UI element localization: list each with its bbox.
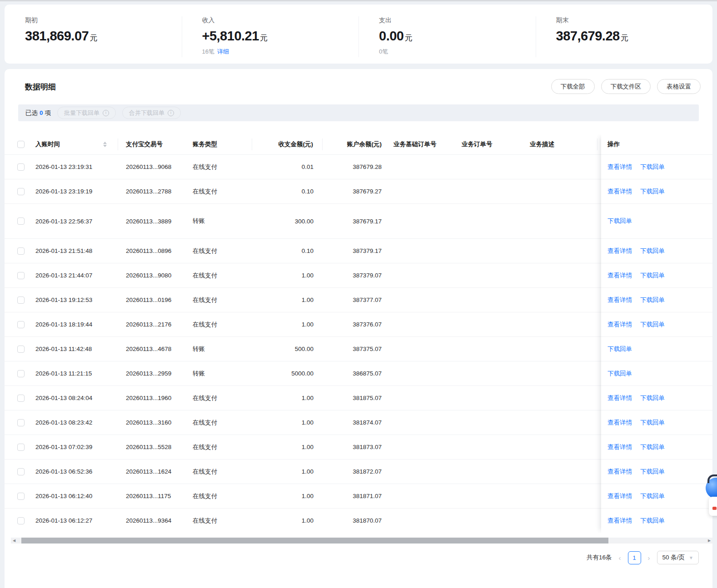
cell-entry-time: 2026-01-13 19:12:53 xyxy=(32,296,118,303)
row-actions: 查看详情下载回单 xyxy=(601,154,693,179)
row-checkbox[interactable] xyxy=(17,321,25,328)
row-checkbox-cell xyxy=(5,163,32,170)
view-detail-link[interactable]: 查看详情 xyxy=(607,468,632,476)
row-checkbox[interactable] xyxy=(17,468,25,475)
download-file-area-button[interactable]: 下载文件区 xyxy=(601,79,651,94)
summary-value: +5,810.21元 xyxy=(202,29,359,44)
currency-unit: 元 xyxy=(260,34,268,42)
action-column: 操作 查看详情下载回单查看详情下载回单下载回单查看详情下载回单查看详情下载回单查… xyxy=(601,134,693,533)
download-receipt-link[interactable]: 下载回单 xyxy=(640,517,665,525)
download-all-button[interactable]: 下载全部 xyxy=(551,79,595,94)
row-checkbox[interactable] xyxy=(17,370,25,377)
cell-amount: 0.10 xyxy=(252,188,323,195)
row-actions: 下载回单 xyxy=(601,361,693,385)
cell-amount: 1.00 xyxy=(252,444,323,450)
view-detail-link[interactable]: 查看详情 xyxy=(607,163,632,171)
top-edge-strip xyxy=(0,0,717,1)
row-checkbox[interactable] xyxy=(17,247,25,255)
cell-balance: 387679.17 xyxy=(323,218,388,225)
row-actions: 查看详情下载回单 xyxy=(601,435,693,459)
view-detail-link[interactable]: 查看详情 xyxy=(607,517,632,525)
row-checkbox[interactable] xyxy=(17,419,25,426)
row-checkbox[interactable] xyxy=(17,517,25,524)
download-receipt-link[interactable]: 下载回单 xyxy=(640,492,665,500)
download-receipt-link[interactable]: 下载回单 xyxy=(640,272,665,280)
column-alipay-txn-no: 支付宝交易号 xyxy=(118,140,185,148)
row-checkbox[interactable] xyxy=(17,217,25,225)
row-checkbox[interactable] xyxy=(17,188,25,195)
cell-entry-time: 2026-01-13 08:24:04 xyxy=(32,395,118,401)
cell-balance: 386875.07 xyxy=(323,370,388,377)
next-page-icon[interactable]: › xyxy=(647,554,651,562)
cell-amount: 1.00 xyxy=(252,468,323,475)
merge-download-receipts-button[interactable]: 合并下载回单i xyxy=(122,107,181,119)
cell-amount: 1.00 xyxy=(252,296,323,303)
income-detail-link[interactable]: 详细 xyxy=(217,48,229,55)
cell-amount: 1.00 xyxy=(252,321,323,328)
assistant-card[interactable] xyxy=(709,497,717,516)
scroll-left-arrow-icon[interactable]: ◀ xyxy=(11,538,17,544)
summary-value: 387,679.28元 xyxy=(556,29,713,44)
view-detail-link[interactable]: 查看详情 xyxy=(607,247,632,255)
summary-value: 381,869.07元 xyxy=(25,29,182,44)
download-receipt-link[interactable]: 下载回单 xyxy=(640,394,665,402)
download-receipt-link[interactable]: 下载回单 xyxy=(640,247,665,255)
row-actions: 查看详情下载回单 xyxy=(601,238,693,263)
row-checkbox[interactable] xyxy=(17,444,25,451)
scroll-right-arrow-icon[interactable]: ▶ xyxy=(706,538,712,544)
batch-download-receipts-button[interactable]: 批量下载回单i xyxy=(57,107,116,119)
view-detail-link[interactable]: 查看详情 xyxy=(607,296,632,304)
cell-entry-time: 2026-01-13 06:12:27 xyxy=(32,517,118,524)
view-detail-link[interactable]: 查看详情 xyxy=(607,272,632,280)
download-receipt-link[interactable]: 下载回单 xyxy=(640,321,665,329)
row-checkbox[interactable] xyxy=(17,296,25,304)
cell-amount: 1.00 xyxy=(252,395,323,401)
row-checkbox-cell xyxy=(5,394,32,401)
view-detail-link[interactable]: 查看详情 xyxy=(607,492,632,500)
page-size-select[interactable]: 50 条/页▼ xyxy=(657,551,699,564)
download-receipt-link[interactable]: 下载回单 xyxy=(607,345,632,353)
cell-account-type: 转账 xyxy=(185,217,252,225)
chevron-down-icon: ▼ xyxy=(689,555,693,560)
row-checkbox[interactable] xyxy=(17,395,25,402)
download-receipt-link[interactable]: 下载回单 xyxy=(640,188,665,196)
total-count-label: 共有16条 xyxy=(587,553,612,562)
view-detail-link[interactable]: 查看详情 xyxy=(607,321,632,329)
horizontal-scrollbar[interactable]: ◀ ▶ xyxy=(11,538,712,544)
prev-page-icon[interactable]: ‹ xyxy=(618,554,622,562)
cell-balance: 387379.07 xyxy=(323,272,388,279)
row-actions: 查看详情下载回单 xyxy=(601,484,693,508)
cell-balance: 381875.07 xyxy=(323,395,388,401)
download-receipt-link[interactable]: 下载回单 xyxy=(607,370,632,378)
cell-alipay-txn-no: 20260113...2788 xyxy=(118,188,185,195)
download-receipt-link[interactable]: 下载回单 xyxy=(640,296,665,304)
sort-icon[interactable] xyxy=(103,142,107,147)
row-checkbox-cell xyxy=(5,217,32,225)
view-detail-link[interactable]: 查看详情 xyxy=(607,419,632,427)
row-checkbox[interactable] xyxy=(17,346,25,353)
download-receipt-link[interactable]: 下载回单 xyxy=(640,163,665,171)
cell-entry-time: 2026-01-13 21:51:48 xyxy=(32,247,118,254)
row-checkbox[interactable] xyxy=(17,493,25,500)
current-page-button[interactable]: 1 xyxy=(628,551,641,564)
cell-balance: 387679.28 xyxy=(323,163,388,170)
download-receipt-link[interactable]: 下载回单 xyxy=(640,468,665,476)
toolbar: 下载全部 下载文件区 表格设置 xyxy=(551,79,701,94)
row-checkbox[interactable] xyxy=(17,272,25,279)
scrollbar-thumb[interactable] xyxy=(21,538,608,544)
table-settings-button[interactable]: 表格设置 xyxy=(657,79,701,94)
row-actions: 查看详情下载回单 xyxy=(601,312,693,336)
view-detail-link[interactable]: 查看详情 xyxy=(607,188,632,196)
cell-amount: 300.00 xyxy=(252,218,323,225)
row-checkbox[interactable] xyxy=(17,163,25,171)
cell-account-type: 转账 xyxy=(185,345,252,353)
column-entry-time[interactable]: 入账时间 xyxy=(32,138,118,150)
download-receipt-link[interactable]: 下载回单 xyxy=(640,443,665,451)
download-receipt-link[interactable]: 下载回单 xyxy=(640,419,665,427)
view-detail-link[interactable]: 查看详情 xyxy=(607,443,632,451)
select-all-checkbox[interactable] xyxy=(17,141,25,148)
view-detail-link[interactable]: 查看详情 xyxy=(607,394,632,402)
cell-account-type: 在线支付 xyxy=(185,188,252,196)
download-receipt-link[interactable]: 下载回单 xyxy=(607,217,632,225)
cell-entry-time: 2026-01-13 21:44:07 xyxy=(32,272,118,279)
